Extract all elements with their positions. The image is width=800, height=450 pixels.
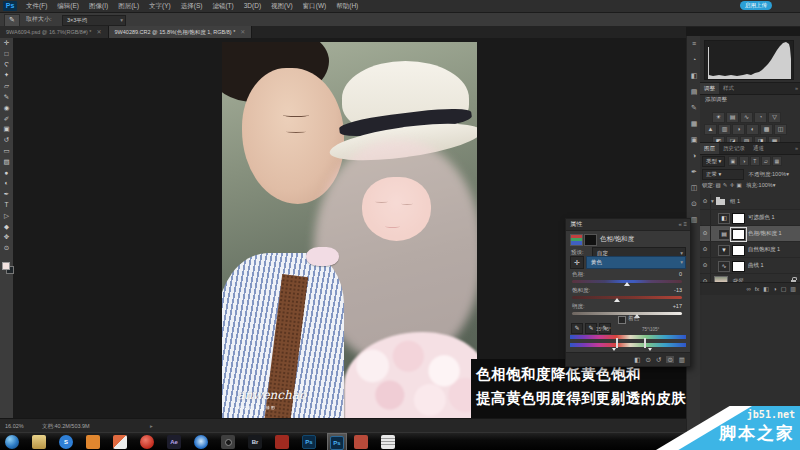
status-options-arrow-icon[interactable]: ▸	[150, 419, 153, 433]
menu-file[interactable]: 文件(F)	[21, 0, 52, 12]
dodge-tool-icon[interactable]: ◐	[0, 178, 13, 189]
link-layers-icon[interactable]: ∞	[746, 286, 750, 292]
layer-row-hue-saturation-selected[interactable]: ⊙ ▤ 色相/饱和度 1	[700, 226, 800, 242]
app-taskbar-icon[interactable]	[140, 435, 154, 449]
swatches-panel-icon[interactable]: ◑	[687, 148, 701, 164]
panel-menu-icon[interactable]: ≡	[687, 36, 701, 52]
filter-pixel-layers-icon[interactable]: ▣	[728, 156, 738, 166]
layer-group-row[interactable]: ⊙ ▾ 组 1	[700, 194, 800, 210]
layer-row-selective-color[interactable]: ◧ 可选颜色 1	[700, 210, 800, 226]
layer-row-curves[interactable]: ⊙ ∿ 曲线 1	[700, 258, 800, 274]
menu-filter[interactable]: 滤镜(T)	[207, 0, 238, 12]
lightness-value[interactable]: +17	[673, 303, 682, 309]
previous-state-eye-icon[interactable]: ⊙	[645, 356, 650, 363]
eyedropper-tool-icon[interactable]: ✎	[0, 92, 13, 103]
filter-type-layers-icon[interactable]: T	[750, 156, 760, 166]
layer-effects-icon[interactable]: fx	[755, 286, 760, 292]
layer-mask-thumbnail[interactable]	[732, 213, 745, 224]
lightness-slider[interactable]	[572, 312, 682, 315]
brush-tool-icon[interactable]: ✐	[0, 114, 13, 125]
brush-panel-icon[interactable]: ✎	[687, 100, 701, 116]
close-icon[interactable]: ✕	[96, 29, 101, 35]
panel-options-icon[interactable]: »	[795, 83, 798, 94]
menu-select[interactable]: 选择(S)	[176, 0, 208, 12]
tab-history[interactable]: 历史记录	[719, 143, 749, 154]
office-taskbar-icon[interactable]	[86, 435, 100, 449]
new-group-icon[interactable]: ▢	[781, 286, 787, 292]
filter-shape-layers-icon[interactable]: ▱	[761, 156, 771, 166]
zoom-tool-icon[interactable]: ⊙	[0, 243, 13, 254]
adjustment-layer-icon[interactable]: ◧	[718, 213, 730, 224]
menu-layer[interactable]: 图层(L)	[113, 0, 144, 12]
path-selection-tool-icon[interactable]: ▷	[0, 211, 13, 222]
tab-channels[interactable]: 通道	[749, 143, 768, 154]
clone-source-panel-icon[interactable]: ▦	[687, 116, 701, 132]
adjustment-layer-icon[interactable]: ∿	[718, 261, 730, 272]
eye-icon[interactable]: ⊙	[700, 194, 711, 209]
hue-range-marker[interactable]	[616, 338, 618, 348]
clone-stamp-tool-icon[interactable]: ▣	[0, 124, 13, 135]
toggle-visibility-eye-icon[interactable]: ⊙	[666, 356, 673, 363]
collapse-panel-icon[interactable]: «	[678, 221, 681, 227]
mask-badge-icon[interactable]	[584, 234, 597, 246]
hue-range-handle[interactable]	[648, 348, 652, 351]
menu-3d[interactable]: 3D(D)	[239, 0, 266, 12]
camera-app-taskbar-icon[interactable]	[221, 435, 235, 449]
app-taskbar-icon[interactable]	[275, 435, 289, 449]
magic-wand-tool-icon[interactable]: ✦	[0, 70, 13, 81]
channels-panel-icon[interactable]: ◫	[687, 180, 701, 196]
layer-name[interactable]: 自然饱和度 1	[748, 242, 780, 257]
lock-all-icon[interactable]: ▣	[736, 182, 743, 188]
after-effects-taskbar-icon[interactable]: Ae	[167, 435, 181, 449]
targeted-adjustment-hand-icon[interactable]: ✛	[570, 256, 584, 269]
menu-view[interactable]: 视图(V)	[266, 0, 298, 12]
opacity-value[interactable]: 100%	[772, 171, 786, 177]
history-panel-icon[interactable]: ⊙	[687, 196, 701, 212]
sync-upload-badge[interactable]: 启用上传	[740, 1, 772, 10]
eye-icon[interactable]: ⊙	[700, 258, 711, 273]
colorize-checkbox[interactable]	[618, 316, 626, 324]
saturation-slider[interactable]	[572, 296, 682, 299]
navigator-panel-icon[interactable]: ◔	[687, 52, 701, 68]
hue-range-handle[interactable]	[612, 348, 616, 351]
zoom-level-field[interactable]: 16.02%	[5, 419, 24, 433]
group-name[interactable]: 组 1	[730, 194, 740, 209]
app-taskbar-icon[interactable]	[354, 435, 368, 449]
tab-layers[interactable]: 图层	[700, 143, 719, 154]
gradient-tool-icon[interactable]: ▨	[0, 157, 13, 168]
lock-transparency-icon[interactable]: ▨	[715, 182, 722, 188]
bridge-taskbar-icon[interactable]: Br	[248, 435, 262, 449]
filter-smart-objects-icon[interactable]: ▦	[772, 156, 782, 166]
layer-name[interactable]: 曲线 1	[748, 258, 764, 273]
eye-icon-hidden[interactable]	[700, 210, 711, 225]
start-button[interactable]	[5, 435, 19, 449]
menu-window[interactable]: 窗口(W)	[298, 0, 331, 12]
layer-mask-thumbnail[interactable]	[732, 245, 745, 256]
document-tab-inactive[interactable]: 9WA6094.psd @ 16.7%(RGB/8#) *✕	[0, 26, 109, 38]
histogram-panel-icon[interactable]: ▤	[687, 84, 701, 100]
healing-brush-tool-icon[interactable]: ◉	[0, 103, 13, 114]
hue-slider-thumb[interactable]	[624, 282, 630, 286]
delete-layer-icon[interactable]: ▥	[790, 286, 796, 292]
filter-adjustment-layers-icon[interactable]: ◑	[739, 156, 749, 166]
menu-type[interactable]: 文字(Y)	[144, 0, 176, 12]
eye-icon[interactable]: ⊙	[700, 242, 711, 257]
app-taskbar-icon[interactable]	[113, 435, 127, 449]
expand-arrow-icon[interactable]: ▾	[711, 194, 714, 209]
layer-name[interactable]: 色相/饱和度 1	[748, 226, 782, 241]
document-tab-active[interactable]: 9W40289.CR2 @ 15.8%(色相/饱和度 1, RGB/8) *✕	[109, 26, 253, 38]
layer-name[interactable]: 可选颜色 1	[748, 210, 775, 225]
lock-position-icon[interactable]: ✛	[729, 182, 736, 188]
explorer-taskbar-icon[interactable]	[32, 435, 46, 449]
lasso-tool-icon[interactable]: Ϛ	[0, 60, 13, 71]
move-tool-icon[interactable]: ✛	[0, 38, 13, 49]
lock-image-icon[interactable]: ✎	[722, 182, 729, 188]
browser-taskbar-icon[interactable]: S	[59, 435, 73, 449]
layer-row-vibrance[interactable]: ⊙ ▼ 自然饱和度 1	[700, 242, 800, 258]
eye-icon[interactable]: ⊙	[700, 226, 711, 241]
close-icon[interactable]: ✕	[240, 29, 245, 35]
layer-mask-thumbnail[interactable]	[732, 229, 745, 240]
wedding-photo[interactable]: anwenchao 安文超 摄影修图	[222, 42, 477, 418]
reset-icon[interactable]: ↺	[656, 356, 661, 363]
foreground-color-swatch[interactable]	[2, 262, 10, 270]
